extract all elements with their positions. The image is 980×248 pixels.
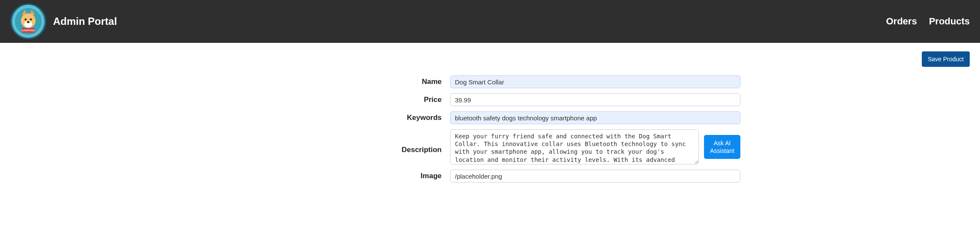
page-toolbar: Save Product <box>10 51 970 67</box>
textarea-description[interactable] <box>450 129 699 164</box>
primary-nav: Orders Products <box>886 16 970 27</box>
header-left: CONTOSO Admin Portal <box>10 3 117 39</box>
nav-products[interactable]: Products <box>929 16 970 27</box>
label-name: Name <box>240 78 445 86</box>
brand-logo: CONTOSO <box>10 3 46 39</box>
save-product-button[interactable]: Save Product <box>922 51 970 67</box>
label-description: Description <box>240 129 445 154</box>
row-keywords: Keywords <box>240 111 740 124</box>
input-name[interactable] <box>450 75 740 88</box>
app-title: Admin Portal <box>53 15 117 27</box>
label-keywords: Keywords <box>240 114 445 122</box>
product-form: Name Price Keywords Description Ask AI A… <box>240 75 740 182</box>
app-header: CONTOSO Admin Portal Orders Products <box>0 0 980 43</box>
input-price[interactable] <box>450 93 740 106</box>
svg-point-6 <box>27 21 30 23</box>
label-price: Price <box>240 96 445 104</box>
row-image: Image <box>240 170 740 182</box>
label-image: Image <box>240 172 445 180</box>
svg-point-4 <box>24 18 27 21</box>
input-image[interactable] <box>450 170 740 182</box>
svg-point-5 <box>30 18 32 21</box>
nav-orders[interactable]: Orders <box>886 16 917 27</box>
svg-text:CONTOSO: CONTOSO <box>21 29 35 32</box>
ask-ai-assistant-button[interactable]: Ask AI Assistant <box>704 135 740 159</box>
row-price: Price <box>240 93 740 106</box>
row-name: Name <box>240 75 740 88</box>
page-content: Save Product Name Price Keywords Descrip… <box>0 43 980 205</box>
input-keywords[interactable] <box>450 111 740 124</box>
row-description: Description Ask AI Assistant <box>240 129 740 164</box>
